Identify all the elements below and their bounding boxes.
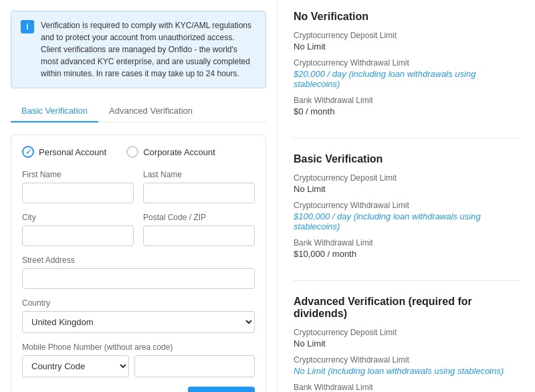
postal-group: Postal Code / ZIP <box>143 213 255 246</box>
limit-row-2-1: Cryptocurrency Withdrawal LimitNo Limit … <box>294 355 519 376</box>
country-row: Country United Kingdom United States Ger… <box>22 298 255 333</box>
limit-value-2-0: No Limit <box>294 338 519 349</box>
left-panel: i Verification is required to comply wit… <box>0 0 278 392</box>
limit-label-2-2: Bank Withdrawal Limit <box>294 383 519 392</box>
phone-group: Mobile Phone Number (without area code) … <box>22 342 255 377</box>
country-label: Country <box>22 298 255 308</box>
form-card: Personal Account Corporate Account First… <box>11 134 266 392</box>
postal-input[interactable] <box>143 225 255 246</box>
country-group: Country United Kingdom United States Ger… <box>22 298 255 333</box>
info-icon: i <box>21 20 34 33</box>
limit-row-1-0: Cryptocurrency Deposit LimitNo Limit <box>294 173 519 194</box>
limit-row-0-0: Cryptocurrency Deposit LimitNo Limit <box>294 31 519 52</box>
phone-number-input[interactable] <box>134 355 255 377</box>
personal-account-label: Personal Account <box>39 147 106 157</box>
city-postal-row: City Postal Code / ZIP <box>22 213 255 246</box>
phone-inputs: Country Code +1 (US) +44 (UK) +49 (DE) <box>22 355 255 377</box>
limit-label-1-0: Cryptocurrency Deposit Limit <box>294 173 519 183</box>
tab-basic-verification[interactable]: Basic Verification <box>11 100 98 122</box>
limit-label-1-2: Bank Withdrawal Limit <box>294 238 519 248</box>
tabs-container: Basic Verification Advanced Verification <box>11 100 266 122</box>
limit-row-1-2: Bank Withdrawal Limit$10,000 / month <box>294 238 519 259</box>
street-group: Street Address <box>22 256 255 289</box>
submit-button[interactable]: Submit <box>188 387 255 392</box>
phone-label: Mobile Phone Number (without area code) <box>22 342 255 352</box>
corporate-account-label: Corporate Account <box>143 147 215 157</box>
limit-row-0-2: Bank Withdrawal Limit$0 / month <box>294 96 519 116</box>
first-name-group: First Name <box>22 170 134 203</box>
last-name-input[interactable] <box>143 183 255 203</box>
limit-value-0-0: No Limit <box>294 41 519 52</box>
city-group: City <box>22 213 134 246</box>
limit-value-0-1: $20,000 / day (including loan withdrawal… <box>294 69 519 89</box>
verification-section-2: Advanced Verification (required for divi… <box>294 296 519 392</box>
country-select[interactable]: United Kingdom United States Germany Fra… <box>22 311 255 333</box>
limit-label-2-1: Cryptocurrency Withdrawal Limit <box>294 355 519 365</box>
tab-advanced-verification[interactable]: Advanced Verification <box>98 100 203 122</box>
name-row: First Name Last Name <box>22 170 255 203</box>
street-label: Street Address <box>22 256 255 265</box>
city-input[interactable] <box>22 225 134 246</box>
limit-label-1-1: Cryptocurrency Withdrawal Limit <box>294 201 519 210</box>
limit-row-2-0: Cryptocurrency Deposit LimitNo Limit <box>294 328 519 349</box>
limit-value-2-1: No Limit (including loan withdrawals usi… <box>294 366 519 376</box>
verification-section-1: Basic VerificationCryptocurrency Deposit… <box>294 153 519 281</box>
limit-label-0-0: Cryptocurrency Deposit Limit <box>294 31 519 40</box>
limit-value-1-0: No Limit <box>294 184 519 194</box>
limit-label-0-2: Bank Withdrawal Limit <box>294 96 519 105</box>
personal-account-radio[interactable] <box>22 146 34 158</box>
limit-value-1-2: $10,000 / month <box>294 249 519 259</box>
submit-row: Submit <box>22 387 255 392</box>
city-label: City <box>22 213 134 222</box>
street-row: Street Address <box>22 256 255 289</box>
limit-row-2-2: Bank Withdrawal Limit$200,000 / month (c… <box>294 383 519 392</box>
first-name-label: First Name <box>22 170 134 179</box>
info-text: Verification is required to comply with … <box>41 19 256 80</box>
section-title-2: Advanced Verification (required for divi… <box>294 296 519 320</box>
first-name-input[interactable] <box>22 183 134 203</box>
limit-label-2-0: Cryptocurrency Deposit Limit <box>294 328 519 337</box>
limit-value-0-2: $0 / month <box>294 106 519 116</box>
limit-value-1-1: $100,000 / day (including loan withdrawa… <box>294 211 519 231</box>
limit-row-1-1: Cryptocurrency Withdrawal Limit$100,000 … <box>294 201 519 231</box>
postal-label: Postal Code / ZIP <box>143 213 255 222</box>
street-input[interactable] <box>22 268 255 289</box>
right-panel: No VerificationCryptocurrency Deposit Li… <box>278 0 535 392</box>
info-box: i Verification is required to comply wit… <box>11 11 266 88</box>
section-title-0: No Verification <box>294 11 519 23</box>
limit-label-0-1: Cryptocurrency Withdrawal Limit <box>294 58 519 68</box>
personal-account-option[interactable]: Personal Account <box>22 146 106 158</box>
phone-row: Mobile Phone Number (without area code) … <box>22 342 255 377</box>
verification-section-0: No VerificationCryptocurrency Deposit Li… <box>294 11 519 138</box>
last-name-group: Last Name <box>143 170 255 203</box>
phone-code-select[interactable]: Country Code +1 (US) +44 (UK) +49 (DE) <box>22 355 129 377</box>
section-title-1: Basic Verification <box>294 153 519 165</box>
corporate-account-option[interactable]: Corporate Account <box>126 146 215 158</box>
last-name-label: Last Name <box>143 170 255 179</box>
account-toggle: Personal Account Corporate Account <box>22 146 255 158</box>
corporate-account-radio[interactable] <box>126 146 138 158</box>
limit-row-0-1: Cryptocurrency Withdrawal Limit$20,000 /… <box>294 58 519 89</box>
